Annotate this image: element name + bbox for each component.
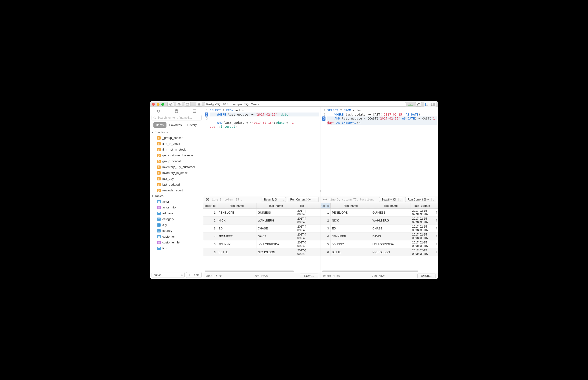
sidebar-item-table[interactable]: film <box>150 245 203 251</box>
table-row[interactable]: 2NICKWAHLBERG2017-02-1509:34:33+07⇅ <box>321 217 438 225</box>
code-right[interactable]: SELECT * FROM actor WHERE last_update >=… <box>327 107 438 196</box>
col-last-update[interactable]: las <box>296 203 308 209</box>
functions-header[interactable]: ▼Functions <box>150 130 203 135</box>
expand-icon[interactable]: ⇅ <box>434 232 437 240</box>
sidebar-item-table[interactable]: customer <box>150 234 203 240</box>
sql-icon[interactable]: SQL <box>192 109 197 114</box>
view-button[interactable] <box>176 102 182 107</box>
sidebar-item-function[interactable]: {}film_in_stock <box>150 141 203 147</box>
sidebar-item-label: _group_concat <box>162 136 183 140</box>
col-first-name[interactable]: first_name <box>217 203 257 209</box>
split-panes: 123 SELECT * FROM actor WHERE last_updat… <box>203 107 438 279</box>
sidebar-item-function[interactable]: {}inventory_in_stock <box>150 170 203 176</box>
expand-icon[interactable]: ⇅ <box>434 240 437 248</box>
table-row[interactable]: 5JOHNNYLOLLOBRIGIDA2017-02-1509:34:33+07… <box>321 240 438 248</box>
sidebar-item-function[interactable]: {}group_concat <box>150 158 203 164</box>
tab-items[interactable]: Items <box>154 122 166 128</box>
sidebar-search[interactable] <box>152 115 202 120</box>
connection-icon[interactable] <box>156 109 161 114</box>
tables-header[interactable]: ▼Tables <box>150 193 203 199</box>
table-row[interactable]: 6BETTENICHOLSON2017-(09:34: <box>203 248 321 256</box>
sidebar-item-function[interactable]: {}rewards_report <box>150 188 203 193</box>
zoom-window-button[interactable] <box>161 103 164 106</box>
table-icon <box>157 223 161 227</box>
database-icon[interactable] <box>174 109 179 114</box>
export-button[interactable]: Export… <box>300 274 318 278</box>
run-button[interactable]: Run Current ⌘↩⌄ <box>405 197 436 202</box>
h-scrollbar[interactable] <box>203 270 321 273</box>
sidebar-item-table[interactable]: actor <box>150 199 203 205</box>
grid-body[interactable]: 1PENELOPEGUINESS2017-(09:34:2NICKWAHLBER… <box>203 209 321 270</box>
split-handle[interactable] <box>320 190 321 192</box>
right-sidebar-toggle[interactable] <box>430 102 436 107</box>
left-pane: 123 SELECT * FROM actor WHERE last_updat… <box>203 107 321 279</box>
run-button[interactable]: Run Current ⌘↩⌄ <box>288 197 319 202</box>
table-row[interactable]: 3EDCHASE2017-(09:34: <box>203 225 321 232</box>
minimize-window-button[interactable] <box>157 103 159 106</box>
sidebar-list: ▼Functions {}_group_concat{}film_in_stoc… <box>150 130 203 251</box>
col-last-name[interactable]: last_name <box>257 203 296 209</box>
table-row[interactable]: 2NICKWAHLBERG2017-(09:34: <box>203 217 321 225</box>
tab-history[interactable]: History <box>184 122 199 128</box>
left-sidebar-toggle[interactable] <box>424 102 430 107</box>
sidebar-item-function[interactable]: {}get_customer_balance <box>150 152 203 158</box>
grid-body[interactable]: 1PENELOPEGUINESS2017-02-1509:34:33+07⇅2N… <box>321 209 438 270</box>
table-row[interactable]: 1PENELOPEGUINESS2017-02-1509:34:33+07⇅ <box>321 209 438 217</box>
title-field[interactable]: PostgreSQL 10.4 : : sample : SQL Query <box>204 102 406 107</box>
location-badge: loc <box>408 103 413 106</box>
table-row[interactable]: 6BETTENICHOLSON2017-02-1509:34:33+07⇅ <box>321 248 438 256</box>
schema-select[interactable]: public ▴▾ <box>152 272 185 278</box>
sql-editor-right[interactable]: 123 SELECT * FROM actor WHERE last_updat… <box>321 107 438 196</box>
sidebar-item-table[interactable]: customer_list <box>150 240 203 245</box>
table-row[interactable]: 4JENNIFERDAVIS2017-02-1509:34:33+07⇅ <box>321 232 438 240</box>
sidebar-item-table[interactable]: country <box>150 228 203 234</box>
gutter: 123 <box>203 107 209 196</box>
panel-toggle-button[interactable] <box>184 102 191 107</box>
sidebar-item-function[interactable]: {}_group_concat <box>150 135 203 141</box>
view-icon <box>157 206 161 209</box>
sidebar-item-table[interactable]: category <box>150 216 203 222</box>
lock-button[interactable] <box>196 102 202 107</box>
settings-button[interactable] <box>205 197 210 202</box>
add-table-button[interactable]: ＋Table <box>186 272 201 278</box>
sidebar-item-function[interactable]: {}inventory_…y_customer <box>150 164 203 170</box>
chevron-down-icon[interactable]: ⌄ <box>398 198 403 201</box>
col-last-update[interactable]: last_update <box>411 203 434 209</box>
stop-button[interactable] <box>167 102 174 107</box>
sidebar-item-function[interactable]: {}last_day <box>150 176 203 182</box>
cursor-status: line 3, column 77, location… <box>329 198 377 201</box>
table-row[interactable]: 1PENELOPEGUINESS2017-(09:34: <box>203 209 321 217</box>
sidebar-item-table[interactable]: city <box>150 222 203 228</box>
expand-icon[interactable]: ⇅ <box>434 225 437 232</box>
sql-editor-left[interactable]: 123 SELECT * FROM actor WHERE last_updat… <box>203 107 321 196</box>
table-row[interactable]: 4JENNIFERDAVIS2017-(09:34: <box>203 232 321 240</box>
sidebar-item-function[interactable]: {}last_updated <box>150 182 203 188</box>
close-window-button[interactable] <box>152 103 155 106</box>
beautify-button[interactable]: Beautify ⌘I⌄ <box>379 197 403 202</box>
chevron-down-icon[interactable]: ⌄ <box>431 198 436 201</box>
results-left: actor_id first_name last_name las 1PENEL… <box>203 203 321 279</box>
sidebar-item-function[interactable]: {}film_not_in_stock <box>150 147 203 152</box>
table-row[interactable]: 3EDCHASE2017-02-1509:34:33+07⇅ <box>321 225 438 232</box>
chevron-down-icon[interactable]: ⌄ <box>314 198 318 201</box>
table-row[interactable]: 5JOHNNYLOLLOBRIGIDA2017-(09:34: <box>203 240 321 248</box>
col-first-name[interactable]: first_name <box>331 203 371 209</box>
beautify-button[interactable]: Beautify ⌘I⌄ <box>261 197 286 202</box>
triangle-down-icon: ▼ <box>152 195 154 197</box>
sidebar-item-table[interactable]: actor_info <box>150 205 203 210</box>
col-actor-id[interactable]: tor_id <box>321 203 331 209</box>
search-input[interactable] <box>158 116 200 119</box>
code-left[interactable]: SELECT * FROM actor WHERE last_update >=… <box>209 107 321 196</box>
h-scrollbar[interactable] <box>321 270 438 273</box>
expand-icon[interactable]: ⇅ <box>434 209 437 216</box>
export-button[interactable]: Export… <box>417 274 436 278</box>
expand-icon[interactable]: ⇅ <box>434 217 437 224</box>
chevron-down-icon[interactable]: ⌄ <box>281 198 286 201</box>
sidebar-item-table[interactable]: address <box>150 210 203 216</box>
col-last-name[interactable]: last_name <box>371 203 411 209</box>
settings-button[interactable] <box>323 197 327 202</box>
tab-favorites[interactable]: Favorites <box>166 122 184 128</box>
expand-icon[interactable]: ⇅ <box>434 248 437 256</box>
refresh-button[interactable] <box>415 102 422 107</box>
col-actor-id[interactable]: actor_id <box>203 203 217 209</box>
